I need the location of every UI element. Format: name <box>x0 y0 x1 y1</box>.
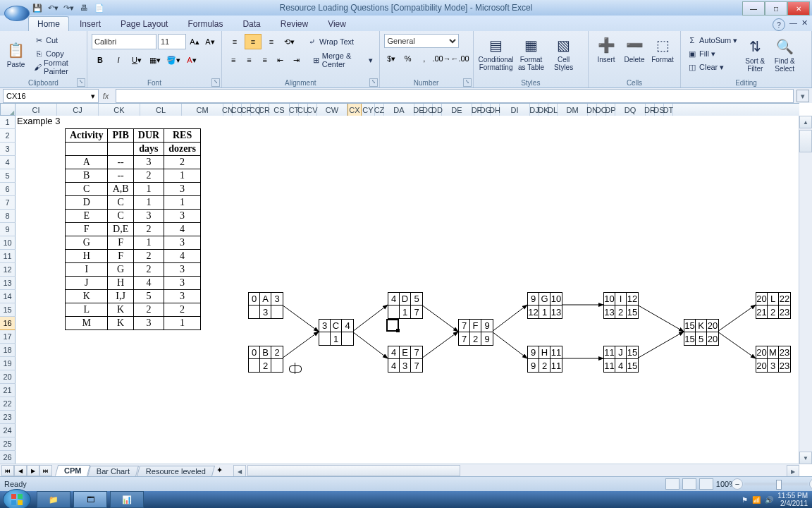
wrap-text-button[interactable]: ⤶Wrap Text <box>305 35 356 48</box>
format-cells-button[interactable]: ⬚Format <box>649 34 676 64</box>
fill-color-button[interactable]: 🪣▾ <box>165 52 182 68</box>
fill-button[interactable]: ▣Fill▾ <box>685 47 739 60</box>
align-center-icon[interactable]: ≡ <box>242 52 256 68</box>
column-header[interactable]: DT <box>664 104 673 116</box>
taskbar-explorer-icon[interactable]: 📁 <box>37 491 70 508</box>
row-header[interactable]: 26 <box>0 451 16 464</box>
align-top-icon[interactable]: ≡ <box>226 34 243 49</box>
column-header[interactable]: DQ <box>615 104 646 116</box>
row-header[interactable]: 25 <box>0 437 16 451</box>
new-sheet-icon[interactable]: ✦ <box>216 466 226 476</box>
border-button[interactable]: ▦▾ <box>147 52 164 68</box>
redo-icon[interactable]: ↷▾ <box>62 1 75 14</box>
clear-button[interactable]: ◫Clear▾ <box>685 61 739 73</box>
office-button[interactable] <box>4 6 30 21</box>
select-all-corner[interactable] <box>0 103 16 116</box>
tray-network-icon[interactable]: 📶 <box>752 496 761 504</box>
orientation-icon[interactable]: ⟲▾ <box>281 34 298 49</box>
row-header[interactable]: 16 <box>0 317 16 330</box>
column-header[interactable]: DD <box>433 104 442 116</box>
formula-input[interactable] <box>116 89 794 103</box>
delete-cells-button[interactable]: ➖Delete <box>621 34 648 64</box>
row-header[interactable]: 1 <box>0 116 16 129</box>
font-name-combo[interactable] <box>92 34 156 49</box>
column-header[interactable]: CX <box>347 104 362 116</box>
zoom-knob[interactable] <box>776 480 782 490</box>
sheet-tab[interactable]: Resource leveled <box>137 466 215 476</box>
decrease-decimal-icon[interactable]: ←.00 <box>452 51 469 66</box>
row-header[interactable]: 3 <box>0 143 16 156</box>
row-header[interactable]: 8 <box>0 210 16 223</box>
sheet-nav-next-icon[interactable]: ▶ <box>27 465 39 476</box>
tab-formulas[interactable]: Formulas <box>178 16 232 31</box>
row-header[interactable]: 18 <box>0 344 16 357</box>
ribbon-close-icon[interactable]: ✕ <box>801 18 808 31</box>
increase-indent-icon[interactable]: ⇥ <box>289 52 303 68</box>
tab-insert[interactable]: Insert <box>70 16 110 31</box>
font-size-combo[interactable] <box>158 34 186 49</box>
tab-review[interactable]: Review <box>271 16 317 31</box>
print-icon[interactable]: 🖶 <box>78 1 90 14</box>
column-header[interactable]: CZ <box>375 104 384 116</box>
ribbon-minimize-icon[interactable]: — <box>789 18 797 31</box>
column-header[interactable]: DL <box>548 104 558 116</box>
column-header[interactable]: DP <box>606 104 615 116</box>
tab-data[interactable]: Data <box>233 16 269 31</box>
column-header[interactable]: CJ <box>57 104 99 116</box>
align-middle-icon[interactable]: ≡ <box>245 34 262 49</box>
row-header[interactable]: 11 <box>0 250 16 263</box>
column-header[interactable]: CM <box>182 104 223 116</box>
column-header[interactable]: DH <box>491 104 500 116</box>
column-header[interactable]: CK <box>99 104 140 116</box>
dialog-launcher-icon[interactable]: ⤡ <box>77 78 85 87</box>
decrease-font-icon[interactable]: A▾ <box>203 34 217 49</box>
row-header[interactable]: 14 <box>0 290 16 303</box>
decrease-indent-icon[interactable]: ⇤ <box>273 52 288 68</box>
dialog-launcher-icon[interactable]: ⤡ <box>463 78 472 87</box>
column-header[interactable]: CI <box>16 104 57 116</box>
column-header[interactable]: CW <box>317 104 347 116</box>
accounting-icon[interactable]: $▾ <box>384 51 399 66</box>
row-header[interactable]: 4 <box>0 156 16 169</box>
row-header[interactable]: 21 <box>0 384 16 397</box>
maximize-button[interactable]: □ <box>765 1 787 16</box>
sheet-nav-prev-icon[interactable]: ◀ <box>14 465 27 476</box>
start-button[interactable] <box>3 489 31 508</box>
percent-icon[interactable]: % <box>400 51 415 66</box>
page-break-view-icon[interactable] <box>699 478 713 490</box>
find-select-button[interactable]: 🔍Find & Select <box>770 35 799 73</box>
format-painter-button[interactable]: 🖌Format Painter <box>32 61 82 73</box>
zoom-in-icon[interactable]: + <box>809 478 812 490</box>
row-headers[interactable]: 1234567891011121314151617181920212223242… <box>0 116 16 477</box>
conditional-formatting-button[interactable]: ▤Conditional Formatting <box>478 34 515 71</box>
name-box-dropdown-icon[interactable]: ▾ <box>91 92 95 101</box>
scroll-up-icon[interactable]: ▲ <box>799 116 812 128</box>
align-left-icon[interactable]: ≡ <box>226 52 240 68</box>
normal-view-icon[interactable] <box>665 478 679 490</box>
column-header[interactable]: DI <box>500 104 530 116</box>
dialog-launcher-icon[interactable]: ⤡ <box>369 78 378 87</box>
name-box[interactable]: CX16▾ <box>3 89 99 103</box>
sheet-tab[interactable]: CPM <box>55 465 91 476</box>
row-header[interactable]: 7 <box>0 196 16 210</box>
column-header[interactable]: CL <box>140 104 182 116</box>
row-header[interactable]: 5 <box>0 169 16 183</box>
row-header[interactable]: 20 <box>0 370 16 384</box>
minimize-button[interactable]: — <box>742 1 765 16</box>
row-header[interactable]: 24 <box>0 424 16 437</box>
sort-filter-button[interactable]: ⇅Sort & Filter <box>741 35 769 73</box>
format-as-table-button[interactable]: ▦Format as Table <box>516 34 547 71</box>
close-button[interactable]: ✕ <box>787 1 810 16</box>
zoom-slider[interactable]: − + <box>744 483 808 485</box>
increase-font-icon[interactable]: A▴ <box>187 34 202 49</box>
cell-styles-button[interactable]: ▧Cell Styles <box>548 34 579 71</box>
save-icon[interactable]: 💾 <box>31 1 44 14</box>
vertical-scrollbar[interactable]: ▲ ▼ <box>799 116 812 464</box>
page-layout-view-icon[interactable] <box>682 478 696 490</box>
row-header[interactable]: 19 <box>0 357 16 370</box>
paste-button[interactable]: 📋 Paste <box>4 39 27 68</box>
increase-decimal-icon[interactable]: .00→ <box>433 51 450 66</box>
tab-page-layout[interactable]: Page Layout <box>111 16 177 31</box>
row-header[interactable]: 9 <box>0 223 16 236</box>
formula-expand-icon[interactable]: ▾ <box>796 90 809 102</box>
